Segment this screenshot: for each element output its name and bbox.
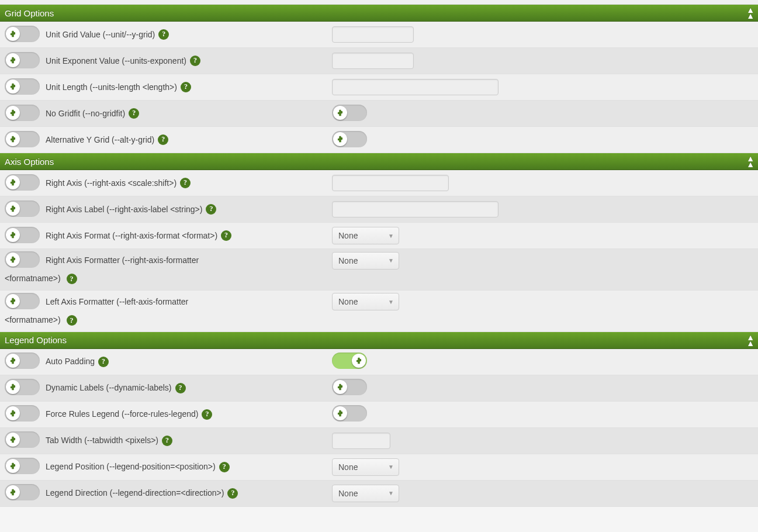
- legend-direction-select[interactable]: None ▼: [332, 485, 399, 502]
- right-axis-format-select[interactable]: None ▼: [332, 227, 399, 244]
- help-icon[interactable]: ?: [162, 436, 172, 446]
- tab-width-input[interactable]: [332, 433, 390, 449]
- field-label: Unit Exponent Value (--units-exponent): [46, 54, 186, 67]
- no-gridfit-toggle[interactable]: [332, 105, 367, 121]
- field-label: No Gridfit (--no-gridfit): [46, 107, 125, 120]
- chevron-down-icon: ▼: [388, 257, 394, 264]
- help-icon[interactable]: ?: [158, 134, 168, 145]
- field-label: Right Axis (--right-axis <scale:shift>): [46, 177, 176, 189]
- help-icon[interactable]: ?: [67, 274, 77, 284]
- help-icon[interactable]: ?: [219, 462, 230, 472]
- section-header-axis-options[interactable]: Axis Options ▲▲: [0, 153, 758, 170]
- select-value: None: [338, 462, 358, 472]
- row-right-axis: Right Axis (--right-axis <scale:shift>) …: [0, 170, 758, 196]
- row-tab-width: Tab Width (--tabwidth <pixels>) ?: [0, 428, 758, 454]
- row-unit-length: Unit Length (--units-length <length>) ?: [0, 74, 758, 101]
- row-right-axis-format: Right Axis Format (--right-axis-format <…: [0, 223, 758, 249]
- row-auto-padding: Auto Padding ?: [0, 349, 758, 375]
- help-icon[interactable]: ?: [129, 108, 139, 119]
- section-header-legend-options[interactable]: Legend Options ▲▲: [0, 332, 758, 349]
- force-rules-toggle[interactable]: [332, 405, 367, 422]
- field-label: Left Axis Formatter (--left-axis-formatt…: [46, 295, 188, 308]
- row-legend-direction: Legend Direction (--legend-direction=<di…: [0, 481, 758, 507]
- chevron-up-icon[interactable]: ▲▲: [746, 156, 753, 167]
- help-icon[interactable]: ?: [221, 230, 231, 241]
- row-right-axis-formatter: Right Axis Formatter (--right-axis-forma…: [0, 249, 758, 291]
- field-label: Alternative Y Grid (--alt-y-grid): [46, 133, 154, 146]
- override-toggle[interactable]: [5, 78, 40, 95]
- help-icon[interactable]: ?: [98, 357, 109, 367]
- section-title: Grid Options: [5, 8, 54, 18]
- alt-y-grid-toggle[interactable]: [332, 131, 367, 147]
- override-toggle[interactable]: [5, 484, 40, 500]
- row-no-gridfit: No Gridfit (--no-gridfit) ?: [0, 101, 758, 127]
- override-toggle[interactable]: [5, 174, 40, 191]
- section-title: Legend Options: [5, 335, 67, 345]
- legend-position-select[interactable]: None ▼: [332, 458, 399, 476]
- override-toggle[interactable]: [5, 293, 40, 309]
- override-toggle[interactable]: [5, 251, 40, 268]
- select-value: None: [338, 256, 358, 265]
- select-value: None: [338, 489, 358, 498]
- section-header-grid-options[interactable]: Grid Options ▲▲: [0, 5, 758, 22]
- field-label: Legend Position (--legend-position=<posi…: [46, 460, 216, 473]
- row-legend-position: Legend Position (--legend-position=<posi…: [0, 454, 758, 481]
- chevron-down-icon: ▼: [388, 233, 394, 239]
- right-axis-label-input[interactable]: [332, 201, 499, 217]
- row-left-axis-formatter: Left Axis Formatter (--left-axis-formatt…: [0, 291, 758, 332]
- field-label: Tab Width (--tabwidth <pixels>): [46, 434, 158, 447]
- field-label: Right Axis Format (--right-axis-format <…: [46, 229, 217, 242]
- field-label: Unit Length (--units-length <length>): [46, 81, 177, 94]
- row-unit-grid-value: Unit Grid Value (--unit/--y-grid) ?: [0, 22, 758, 48]
- override-toggle[interactable]: [5, 458, 40, 474]
- override-toggle[interactable]: [5, 379, 40, 395]
- override-toggle[interactable]: [5, 105, 40, 121]
- field-label: Right Axis Formatter (--right-axis-forma…: [46, 254, 199, 267]
- field-label: Legend Direction (--legend-direction=<di…: [46, 486, 224, 499]
- field-label: Dynamic Labels (--dynamic-labels): [46, 381, 172, 394]
- row-unit-exponent: Unit Exponent Value (--units-exponent) ?: [0, 48, 758, 74]
- right-axis-formatter-select[interactable]: None ▼: [332, 252, 399, 270]
- override-toggle[interactable]: [5, 227, 40, 243]
- field-label-cont: <formatname>): [5, 274, 61, 283]
- row-force-rules-legend: Force Rules Legend (--force-rules-legend…: [0, 402, 758, 428]
- override-toggle[interactable]: [5, 431, 40, 448]
- row-dynamic-labels: Dynamic Labels (--dynamic-labels) ?: [0, 375, 758, 402]
- help-icon[interactable]: ?: [181, 82, 191, 92]
- field-label-cont: <formatname>): [5, 315, 61, 324]
- unit-exponent-input[interactable]: [332, 53, 414, 69]
- override-toggle[interactable]: [5, 353, 40, 369]
- override-toggle[interactable]: [5, 52, 40, 68]
- override-toggle[interactable]: [5, 201, 40, 217]
- auto-padding-toggle[interactable]: [332, 353, 367, 369]
- chevron-up-icon[interactable]: ▲▲: [746, 7, 753, 19]
- section-title: Axis Options: [5, 157, 54, 167]
- row-right-axis-label: Right Axis Label (--right-axis-label <st…: [0, 196, 758, 223]
- help-icon[interactable]: ?: [190, 56, 200, 66]
- help-icon[interactable]: ?: [202, 409, 212, 420]
- chevron-down-icon: ▼: [388, 490, 394, 496]
- override-toggle[interactable]: [5, 405, 40, 422]
- chevron-down-icon: ▼: [388, 299, 394, 305]
- override-toggle[interactable]: [5, 26, 40, 42]
- field-label: Unit Grid Value (--unit/--y-grid): [46, 28, 155, 41]
- left-axis-formatter-select[interactable]: None ▼: [332, 293, 399, 310]
- help-icon[interactable]: ?: [175, 383, 186, 393]
- field-label: Right Axis Label (--right-axis-label <st…: [46, 203, 202, 216]
- field-label: Force Rules Legend (--force-rules-legend…: [46, 407, 198, 420]
- chevron-down-icon: ▼: [388, 464, 394, 470]
- help-icon[interactable]: ?: [67, 315, 77, 326]
- right-axis-input[interactable]: [332, 175, 449, 191]
- field-label: Auto Padding: [46, 355, 95, 368]
- top-spacer: [0, 0, 758, 5]
- help-icon[interactable]: ?: [180, 178, 191, 188]
- row-alt-y-grid: Alternative Y Grid (--alt-y-grid) ?: [0, 127, 758, 153]
- dynamic-labels-toggle[interactable]: [332, 379, 367, 395]
- help-icon[interactable]: ?: [158, 29, 169, 40]
- unit-grid-input[interactable]: [332, 26, 414, 43]
- chevron-up-icon[interactable]: ▲▲: [746, 334, 753, 346]
- override-toggle[interactable]: [5, 131, 40, 147]
- help-icon[interactable]: ?: [227, 488, 238, 499]
- unit-length-input[interactable]: [332, 79, 499, 95]
- help-icon[interactable]: ?: [206, 204, 216, 215]
